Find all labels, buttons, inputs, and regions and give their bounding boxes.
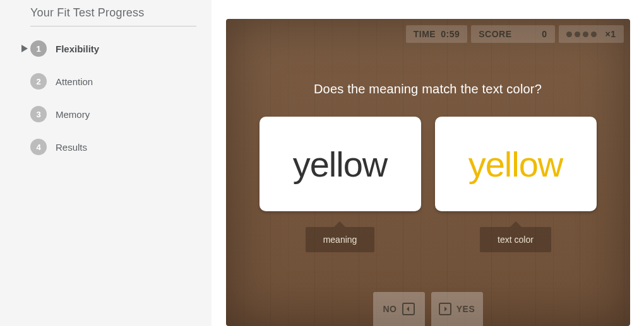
step-memory[interactable]: 3 Memory — [30, 106, 196, 122]
meaning-word: yellow — [293, 144, 388, 185]
step-number: 4 — [30, 139, 47, 155]
multiplier-value: ×1 — [605, 29, 616, 39]
hud: TIME 0:59 SCORE 0 ×1 — [406, 25, 624, 43]
color-card: yellow — [435, 117, 597, 211]
score-label: SCORE — [479, 29, 511, 39]
captions-row: meaning text color — [226, 227, 630, 252]
svg-marker-1 — [407, 306, 409, 311]
step-label: Attention — [56, 76, 93, 87]
time-value: 0:59 — [441, 29, 460, 39]
game-board: TIME 0:59 SCORE 0 ×1 Does the meaning ma… — [226, 19, 630, 326]
steps-list: 1 Flexibility 2 Attention 3 Memory 4 Res… — [30, 40, 196, 155]
no-button[interactable]: NO — [373, 292, 425, 326]
time-label: TIME — [414, 29, 436, 39]
step-attention[interactable]: 2 Attention — [30, 73, 196, 90]
play-indicator-icon — [19, 45, 30, 52]
step-flexibility[interactable]: 1 Flexibility — [30, 40, 196, 57]
step-number: 1 — [30, 40, 47, 57]
progress-sidebar: Your Fit Test Progress 1 Flexibility 2 A… — [0, 0, 212, 326]
step-label: Flexibility — [56, 44, 99, 54]
cards-row: yellow yellow — [226, 117, 630, 211]
svg-marker-0 — [21, 45, 28, 52]
hud-time: TIME 0:59 — [406, 25, 467, 43]
meaning-caption: meaning — [306, 227, 375, 252]
sidebar-title: Your Fit Test Progress — [30, 6, 196, 26]
color-word: yellow — [468, 144, 563, 185]
answer-buttons: NO YES — [226, 292, 630, 326]
svg-marker-2 — [444, 306, 447, 311]
step-results[interactable]: 4 Results — [30, 139, 196, 155]
streak-dots-icon — [566, 32, 597, 37]
hud-score: SCORE 0 — [471, 25, 554, 43]
color-caption: text color — [480, 227, 551, 252]
hud-multiplier: ×1 — [559, 25, 624, 43]
score-value: 0 — [517, 29, 547, 39]
arrow-right-icon — [439, 303, 451, 315]
arrow-left-icon — [402, 303, 415, 315]
yes-label: YES — [456, 304, 475, 314]
question-text: Does the meaning match the text color? — [226, 82, 630, 96]
step-label: Memory — [56, 109, 90, 120]
step-number: 2 — [30, 73, 47, 90]
step-label: Results — [56, 142, 87, 153]
step-number: 3 — [30, 106, 47, 122]
no-label: NO — [383, 304, 397, 314]
main-area: TIME 0:59 SCORE 0 ×1 Does the meaning ma… — [212, 0, 644, 326]
yes-button[interactable]: YES — [431, 292, 483, 326]
meaning-card: yellow — [259, 117, 421, 211]
